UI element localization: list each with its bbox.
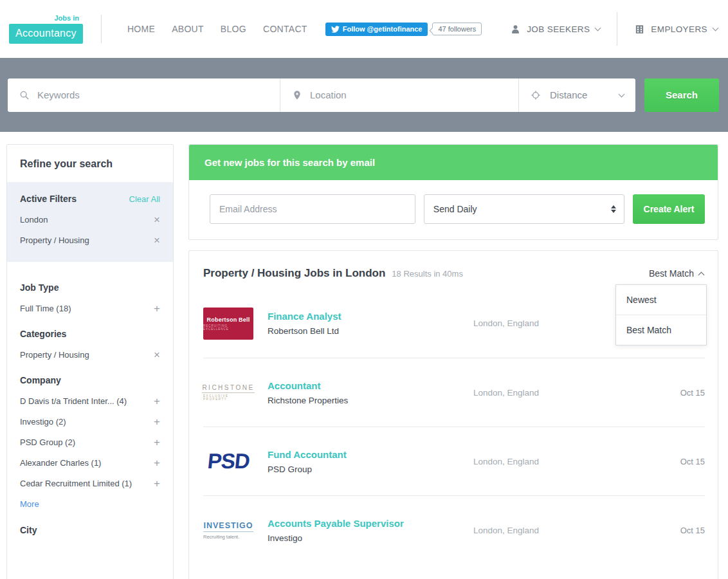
active-filters-section: Active Filters Clear All London × Proper…: [7, 182, 173, 262]
twitter-bird-icon: [331, 25, 340, 33]
filter-item[interactable]: D Davis t/a Trident Inter... (4) +: [20, 396, 160, 406]
filter-item[interactable]: Cedar Recruitment Limited (1) +: [20, 479, 160, 488]
add-filter-icon[interactable]: +: [154, 439, 160, 446]
main-column: Get new jobs for this search by email Se…: [188, 144, 718, 579]
company-logo: Robertson Bell recruiting excellence: [203, 308, 253, 340]
filter-item[interactable]: London ×: [20, 215, 160, 225]
job-row[interactable]: RICHSTONE EXCLUSIVE PROPERTY Accountant …: [203, 358, 705, 427]
job-company: Investigo: [268, 533, 473, 543]
job-date: Oct 15: [660, 457, 705, 466]
building-icon: [634, 24, 645, 35]
person-icon: [510, 24, 521, 35]
site-header: Jobs in Accountancy HOMEABOUTBLOGCONTACT…: [0, 0, 728, 58]
distance-value: Distance: [550, 89, 612, 100]
filter-item-label: D Davis t/a Trident Inter... (4): [20, 396, 127, 406]
job-location: London, England: [473, 388, 660, 398]
header-divider: [101, 15, 102, 43]
brand-line1: Jobs in: [54, 14, 83, 22]
twitter-follow-button[interactable]: Follow @getintofinance: [325, 23, 428, 36]
sort-dropdown-menu: NewestBest Match: [615, 284, 707, 345]
nav-link-blog[interactable]: BLOG: [221, 24, 246, 34]
job-location: London, England: [473, 457, 660, 466]
search-fields: Distance: [8, 78, 635, 112]
results-card: Property / Housing Jobs in London 18 Res…: [188, 250, 718, 579]
crosshair-icon: [531, 90, 541, 100]
sidebar-title: Refine your search: [7, 145, 173, 182]
remove-filter-icon[interactable]: ×: [154, 237, 160, 244]
filter-item-label: London: [20, 215, 48, 225]
email-address-input[interactable]: [210, 194, 415, 224]
filter-item-label: Alexander Charles (1): [20, 458, 101, 468]
location-field[interactable]: [280, 78, 518, 112]
active-filters-title: Active Filters: [20, 194, 77, 204]
clear-all-link[interactable]: Clear All: [129, 194, 160, 204]
chevron-down-icon: [713, 25, 719, 32]
twitter-follow-label: Follow @getintofinance: [343, 25, 423, 33]
filter-item-label: Property / Housing: [20, 350, 89, 360]
job-company: Richstone Properties: [268, 396, 473, 405]
keywords-field[interactable]: [8, 78, 280, 112]
distance-select[interactable]: Distance: [518, 78, 635, 112]
section-title-city: City: [20, 525, 160, 535]
location-pin-icon: [292, 90, 302, 100]
create-alert-button[interactable]: Create Alert: [633, 194, 705, 224]
section-title-job-type: Job Type: [20, 282, 160, 293]
sort-option-best-match[interactable]: Best Match: [616, 315, 706, 345]
section-title-categories: Categories: [20, 329, 160, 339]
search-button[interactable]: Search: [644, 78, 719, 112]
job-title-link[interactable]: Fund Accountant: [268, 449, 473, 460]
sort-option-newest[interactable]: Newest: [616, 285, 706, 315]
nav-link-contact[interactable]: CONTACT: [263, 24, 307, 34]
filter-item[interactable]: Full Time (18) +: [20, 304, 160, 313]
add-filter-icon[interactable]: +: [154, 418, 160, 426]
results-meta: 18 Results in 40ms: [392, 269, 649, 279]
job-company: PSD Group: [268, 464, 473, 474]
job-row[interactable]: PSD Fund Accountant PSD Group London, En…: [203, 427, 705, 495]
search-icon: [19, 90, 30, 100]
chevron-down-icon: [619, 91, 625, 97]
filter-item[interactable]: Property / Housing ×: [20, 235, 160, 245]
frequency-value: Send Daily: [433, 204, 477, 214]
filter-item[interactable]: Investigo (2) +: [20, 417, 160, 427]
followers-badge[interactable]: 47 followers: [432, 23, 482, 35]
chevron-up-icon: [698, 271, 705, 278]
job-seekers-menu[interactable]: JOB SEEKERS: [510, 24, 600, 35]
select-stepper-icon: [611, 205, 616, 213]
job-title-link[interactable]: Accounts Payable Supervisor: [268, 518, 473, 529]
job-title-link[interactable]: Accountant: [268, 380, 473, 391]
remove-filter-icon[interactable]: ×: [154, 351, 160, 359]
add-filter-icon[interactable]: +: [154, 398, 160, 405]
nav-link-home[interactable]: HOME: [127, 24, 155, 34]
add-filter-icon[interactable]: +: [154, 305, 160, 313]
filter-item-label: Cedar Recruitment Limited (1): [20, 479, 132, 488]
keywords-input[interactable]: [37, 89, 268, 100]
email-alert-title: Get new jobs for this search by email: [189, 145, 718, 180]
remove-filter-icon[interactable]: ×: [154, 216, 160, 224]
brand-logo[interactable]: Jobs in Accountancy: [9, 14, 83, 44]
sort-current-value: Best Match: [649, 268, 694, 279]
filter-item[interactable]: Alexander Charles (1) +: [20, 458, 160, 468]
job-title-link[interactable]: Finance Analyst: [268, 311, 473, 322]
chevron-down-icon: [595, 25, 601, 32]
job-seekers-label: JOB SEEKERS: [527, 24, 590, 34]
sort-toggle[interactable]: Best Match: [649, 268, 704, 279]
job-location: London, England: [473, 526, 660, 535]
filter-item[interactable]: Property / Housing ×: [20, 350, 160, 360]
filter-item-label: Property / Housing: [20, 235, 89, 245]
company-logo: INVESTIGO Recruiting talent.: [203, 513, 253, 547]
company-logo: RICHSTONE EXCLUSIVE PROPERTY: [203, 376, 253, 409]
filter-item[interactable]: PSD Group (2) +: [20, 437, 160, 447]
job-row[interactable]: INVESTIGO Recruiting talent. Accounts Pa…: [203, 495, 705, 564]
section-title-company: Company: [20, 375, 160, 385]
brand-line2: Accountancy: [9, 24, 83, 44]
add-filter-icon[interactable]: +: [154, 459, 160, 467]
refine-sidebar: Refine your search Active Filters Clear …: [6, 144, 174, 579]
more-link[interactable]: More: [20, 499, 39, 509]
employers-menu[interactable]: EMPLOYERS: [634, 24, 718, 35]
location-input[interactable]: [310, 89, 507, 100]
frequency-select[interactable]: Send Daily: [424, 194, 624, 224]
employers-label: EMPLOYERS: [651, 24, 707, 34]
add-filter-icon[interactable]: +: [154, 480, 160, 488]
main-nav: HOMEABOUTBLOGCONTACT: [127, 24, 307, 34]
nav-link-about[interactable]: ABOUT: [172, 24, 204, 34]
